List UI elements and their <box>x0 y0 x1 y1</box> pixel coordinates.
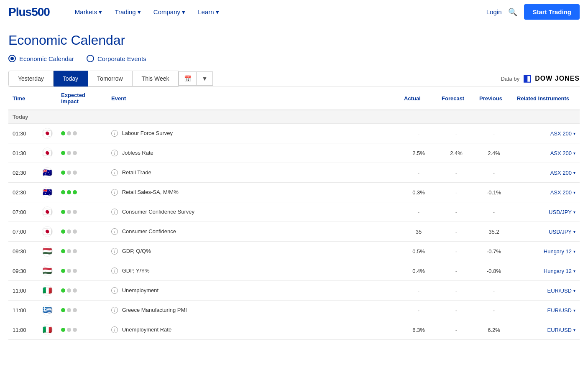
instrument-cell[interactable]: Hungary 12 ▾ <box>513 242 580 261</box>
info-icon[interactable]: i <box>111 268 118 274</box>
nav-trading[interactable]: Trading ▾ <box>115 8 141 16</box>
event-cell: i Greece Manufacturing PMI <box>107 301 400 320</box>
forecast-value: - <box>455 248 457 255</box>
event-name: Retail Sales-SA, M/M% <box>122 189 179 195</box>
nav-learn[interactable]: Learn ▾ <box>198 8 219 16</box>
impact-dot <box>61 328 65 332</box>
instrument-cell[interactable]: EUR/USD ▾ <box>513 281 580 301</box>
forecast-value: - <box>455 209 457 215</box>
tab-tomorrow[interactable]: Tomorrow <box>88 71 132 87</box>
info-icon[interactable]: i <box>111 326 118 333</box>
corporate-events-tab[interactable]: Corporate Events <box>87 55 146 62</box>
login-button[interactable]: Login <box>486 8 502 15</box>
flag-cell <box>38 143 57 163</box>
instrument-link[interactable]: USD/JPY ▾ <box>517 209 575 215</box>
forecast-value: - <box>455 288 457 294</box>
instrument-link[interactable]: ASX 200 ▾ <box>517 189 575 196</box>
impact-dot <box>61 308 65 312</box>
instrument-cell[interactable]: Hungary 12 ▾ <box>513 261 580 281</box>
impact-dot <box>61 190 65 194</box>
instrument-link[interactable]: EUR/USD ▾ <box>517 307 575 313</box>
instrument-cell[interactable]: ASX 200 ▾ <box>513 124 580 143</box>
country-flag-gr <box>42 305 53 316</box>
previous-value: - <box>493 209 495 215</box>
info-icon[interactable]: i <box>111 228 118 235</box>
instrument-link[interactable]: Hungary 12 ▾ <box>517 268 575 274</box>
nav-markets[interactable]: Markets ▾ <box>75 8 102 16</box>
info-icon[interactable]: i <box>111 150 118 156</box>
impact-dot <box>67 190 71 194</box>
instrument-name: EUR/USD <box>547 307 572 313</box>
event-cell: i GDP, Q/Q% <box>107 242 400 261</box>
info-icon[interactable]: i <box>111 248 118 255</box>
impact-dots <box>61 190 103 194</box>
forecast-value: - <box>455 268 457 274</box>
impact-dot <box>67 328 71 332</box>
impact-dot <box>73 328 77 332</box>
country-flag-it <box>42 324 53 335</box>
info-icon[interactable]: i <box>111 287 118 294</box>
impact-cell <box>57 281 107 301</box>
event-name: GDP, Q/Q% <box>122 248 151 254</box>
tab-today[interactable]: Today <box>54 71 88 87</box>
corporate-events-radio[interactable] <box>87 55 94 62</box>
instrument-cell[interactable]: ASX 200 ▾ <box>513 183 580 202</box>
economic-calendar-tab[interactable]: Economic Calendar <box>8 55 74 62</box>
info-icon[interactable]: i <box>111 169 118 176</box>
search-icon[interactable]: 🔍 <box>508 8 517 17</box>
instrument-link[interactable]: ASX 200 ▾ <box>517 170 575 176</box>
instrument-cell[interactable]: USD/JPY ▾ <box>513 202 580 222</box>
previous-cell: 35.2 <box>475 222 513 242</box>
actual-cell: 6.3% <box>400 320 437 340</box>
impact-dot <box>73 151 77 155</box>
impact-dot <box>67 308 71 312</box>
instrument-link[interactable]: EUR/USD ▾ <box>517 327 575 333</box>
dow-jones-icon: ◧ <box>523 73 532 84</box>
instrument-link[interactable]: ASX 200 ▾ <box>517 130 575 137</box>
info-icon[interactable]: i <box>111 307 118 313</box>
tab-yesterday[interactable]: Yesterday <box>8 71 54 87</box>
instrument-cell[interactable]: EUR/USD ▾ <box>513 320 580 340</box>
instrument-link[interactable]: USD/JPY ▾ <box>517 229 575 235</box>
impact-dot <box>61 269 65 273</box>
instrument-link[interactable]: Hungary 12 ▾ <box>517 248 575 255</box>
event-cell: i Labour Force Survey <box>107 124 400 143</box>
filter-icon-button[interactable]: ▼ <box>197 71 213 86</box>
impact-dot <box>61 131 65 135</box>
section-today: Today <box>8 110 580 124</box>
tab-this-week[interactable]: This Week <box>133 71 179 87</box>
section-label: Today <box>8 110 580 124</box>
chevron-down-icon: ▾ <box>573 190 575 195</box>
instrument-cell[interactable]: ASX 200 ▾ <box>513 143 580 163</box>
logo[interactable]: Plus500 <box>8 5 50 19</box>
forecast-cell: - <box>437 281 475 301</box>
flag-cell <box>38 301 57 320</box>
info-icon[interactable]: i <box>111 209 118 215</box>
instrument-link[interactable]: ASX 200 ▾ <box>517 150 575 156</box>
event-name: Consumer Confidence Survey <box>122 209 194 215</box>
previous-cell: - <box>475 281 513 301</box>
info-icon[interactable]: i <box>111 189 118 196</box>
instrument-name: ASX 200 <box>550 130 572 137</box>
actual-cell: - <box>400 163 437 183</box>
table-row: 09:30 i GDP, Y/Y% 0.4% - -0.8% Hungary 1… <box>8 261 580 281</box>
instrument-link[interactable]: EUR/USD ▾ <box>517 288 575 294</box>
time-cell: 07:00 <box>8 222 38 242</box>
time-cell: 11:00 <box>8 281 38 301</box>
event-name: Greece Manufacturing PMI <box>122 307 187 313</box>
calendar-icon-button[interactable]: 📅 <box>179 71 197 86</box>
start-trading-button[interactable]: Start Trading <box>524 4 580 20</box>
day-tabs: Yesterday Today Tomorrow This Week <box>8 71 179 87</box>
instrument-cell[interactable]: ASX 200 ▾ <box>513 163 580 183</box>
forecast-value: 2.4% <box>450 150 463 156</box>
impact-dots <box>61 328 103 332</box>
event-name: Unemployment <box>122 287 159 293</box>
forecast-value: - <box>455 170 457 176</box>
instrument-cell[interactable]: EUR/USD ▾ <box>513 301 580 320</box>
previous-cell: -0.1% <box>475 183 513 202</box>
country-flag-hu <box>42 265 53 276</box>
economic-calendar-radio[interactable] <box>8 55 16 62</box>
instrument-cell[interactable]: USD/JPY ▾ <box>513 222 580 242</box>
nav-company[interactable]: Company ▾ <box>153 8 185 16</box>
info-icon[interactable]: i <box>111 130 118 137</box>
